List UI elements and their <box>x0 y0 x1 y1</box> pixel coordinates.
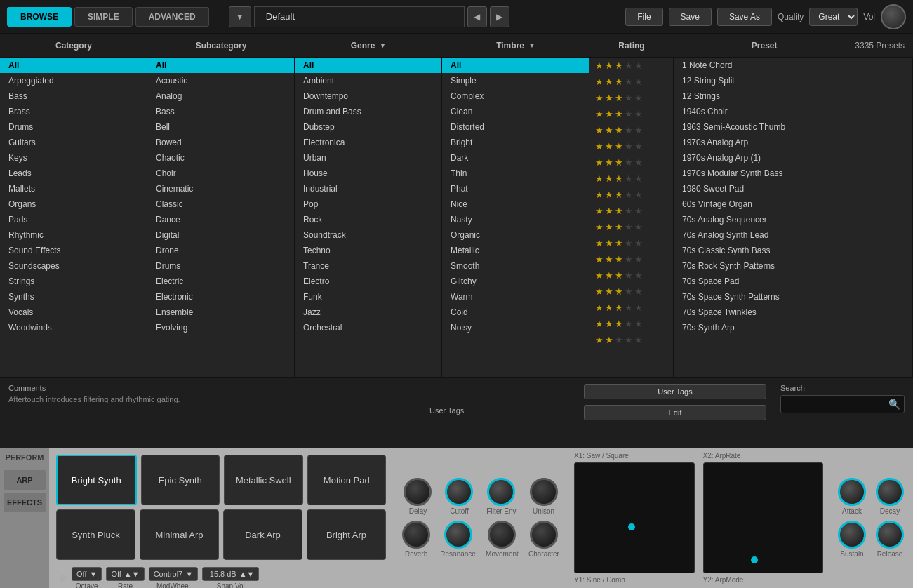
list-item[interactable]: Smooth <box>442 258 589 274</box>
vol-knob[interactable] <box>881 4 906 29</box>
list-item[interactable]: Digital <box>147 227 294 243</box>
pad-bright-arp[interactable]: Bright Arp <box>307 509 386 560</box>
list-item[interactable]: Urban <box>295 150 441 166</box>
list-item[interactable]: Drone <box>147 243 294 258</box>
save-button[interactable]: Save <box>669 8 712 26</box>
list-item[interactable]: Drums <box>0 119 147 135</box>
cutoff-knob[interactable] <box>445 478 473 506</box>
list-item[interactable]: Clean <box>442 104 589 119</box>
xy-pad-1[interactable] <box>574 462 695 573</box>
release-knob[interactable] <box>876 521 904 549</box>
preset-item[interactable]: 12 Strings <box>674 88 912 104</box>
preset-prev-btn[interactable]: ◀ <box>467 6 487 27</box>
filterenv-knob[interactable] <box>487 478 515 506</box>
list-item[interactable]: Cold <box>442 305 589 320</box>
list-item[interactable]: Cinematic <box>147 181 294 196</box>
resonance-knob[interactable] <box>444 521 472 549</box>
snapvol-input[interactable]: -15.8 dB ▲▼ <box>202 567 259 581</box>
preset-item[interactable]: 70s Space Synth Patterns <box>674 289 912 305</box>
list-item[interactable]: Thin <box>442 166 589 181</box>
pad-epic-synth[interactable]: Epic Synth <box>141 455 220 505</box>
list-item[interactable]: Orchestral <box>295 320 441 335</box>
file-button[interactable]: File <box>625 8 662 26</box>
attack-knob[interactable] <box>838 478 866 506</box>
list-item[interactable]: Noisy <box>442 320 589 335</box>
list-item[interactable]: Strings <box>0 274 147 289</box>
list-item[interactable]: Ambient <box>295 73 441 88</box>
list-item[interactable]: Woodwinds <box>0 320 147 335</box>
list-item[interactable]: Soundtrack <box>295 227 441 243</box>
subcategory-item-all[interactable]: All <box>147 58 294 73</box>
list-item[interactable]: Jazz <box>295 305 441 320</box>
list-item[interactable]: Techno <box>295 243 441 258</box>
preset-item[interactable]: 60s Vintage Organ <box>674 196 912 212</box>
list-item[interactable]: Mallets <box>0 181 147 196</box>
list-item[interactable]: Organs <box>0 196 147 212</box>
decay-knob[interactable] <box>876 478 904 506</box>
list-item[interactable]: Arpeggiated <box>0 73 147 88</box>
preset-item[interactable]: 1940s Choir <box>674 104 912 119</box>
list-item[interactable]: Dance <box>147 212 294 227</box>
list-item[interactable]: Complex <box>442 88 589 104</box>
list-item[interactable]: Electric <box>147 274 294 289</box>
effects-tab[interactable]: EFFECTS <box>4 493 46 512</box>
preset-item[interactable]: 1970s Analog Arp (1) <box>674 150 912 166</box>
list-item[interactable]: Evolving <box>147 320 294 335</box>
list-item[interactable]: Rock <box>295 212 441 227</box>
preset-item[interactable]: 70s Rock Synth Patterns <box>674 258 912 274</box>
genre-item-all[interactable]: All <box>295 58 441 73</box>
arp-tab[interactable]: ARP <box>4 470 46 490</box>
preset-item[interactable]: 70s Synth Arp <box>674 320 912 335</box>
preset-item[interactable]: 70s Space Pad <box>674 274 912 289</box>
tab-advanced[interactable]: ADVANCED <box>135 7 209 27</box>
tab-browse[interactable]: BROWSE <box>7 7 72 27</box>
modwheel-select[interactable]: Control7 ▼ <box>149 567 198 581</box>
pad-bright-synth[interactable]: Bright Synth <box>56 455 137 505</box>
list-item[interactable]: Bass <box>0 88 147 104</box>
list-item[interactable]: Nasty <box>442 212 589 227</box>
list-item[interactable]: Dubstep <box>295 119 441 135</box>
list-item[interactable]: Soundscapes <box>0 258 147 274</box>
list-item[interactable]: Classic <box>147 196 294 212</box>
genre-caret[interactable]: ▼ <box>379 41 386 49</box>
pad-synth-pluck[interactable]: Synth Pluck <box>56 509 135 560</box>
list-item[interactable]: Trance <box>295 258 441 274</box>
timbre-item-all[interactable]: All <box>442 58 589 73</box>
list-item[interactable]: Industrial <box>295 181 441 196</box>
list-item[interactable]: Chaotic <box>147 150 294 166</box>
xy-pad-2[interactable] <box>703 462 824 573</box>
list-item[interactable]: Acoustic <box>147 73 294 88</box>
list-item[interactable]: Drums <box>147 258 294 274</box>
list-item[interactable]: Electronica <box>295 135 441 150</box>
list-item[interactable]: Bass <box>147 104 294 119</box>
character-knob[interactable] <box>530 521 558 549</box>
delay-knob[interactable] <box>404 478 432 506</box>
preset-item[interactable]: 70s Analog Sequencer <box>674 212 912 227</box>
list-item[interactable]: Pads <box>0 212 147 227</box>
list-item[interactable]: Organic <box>442 227 589 243</box>
list-item[interactable]: Electro <box>295 274 441 289</box>
list-item[interactable]: Metallic <box>442 243 589 258</box>
preset-next-btn[interactable]: ▶ <box>490 6 509 27</box>
preset-item[interactable]: 1980 Sweet Pad <box>674 181 912 196</box>
sustain-knob[interactable] <box>838 521 866 549</box>
reverb-knob[interactable] <box>402 521 430 549</box>
list-item[interactable]: House <box>295 166 441 181</box>
pad-metallic-swell[interactable]: Metallic Swell <box>224 455 303 505</box>
pad-motion-pad[interactable]: Motion Pad <box>307 455 387 505</box>
list-item[interactable]: Bell <box>147 119 294 135</box>
preset-item[interactable]: 1970s Analog Arp <box>674 135 912 150</box>
list-item[interactable]: Distorted <box>442 119 589 135</box>
list-item[interactable]: Choir <box>147 166 294 181</box>
list-item[interactable]: Warm <box>442 289 589 305</box>
list-item[interactable]: Bright <box>442 135 589 150</box>
edit-button[interactable]: Edit <box>584 405 766 420</box>
save-as-button[interactable]: Save As <box>717 8 772 26</box>
list-item[interactable]: Leads <box>0 166 147 181</box>
list-item[interactable]: Downtempo <box>295 88 441 104</box>
pad-dark-arp[interactable]: Dark Arp <box>223 509 302 560</box>
rate-select[interactable]: Off ▲▼ <box>106 567 144 581</box>
list-item[interactable]: Rhythmic <box>0 227 147 243</box>
preset-item[interactable]: 70s Classic Synth Bass <box>674 243 912 258</box>
preset-item[interactable]: 1 Note Chord <box>674 58 912 73</box>
